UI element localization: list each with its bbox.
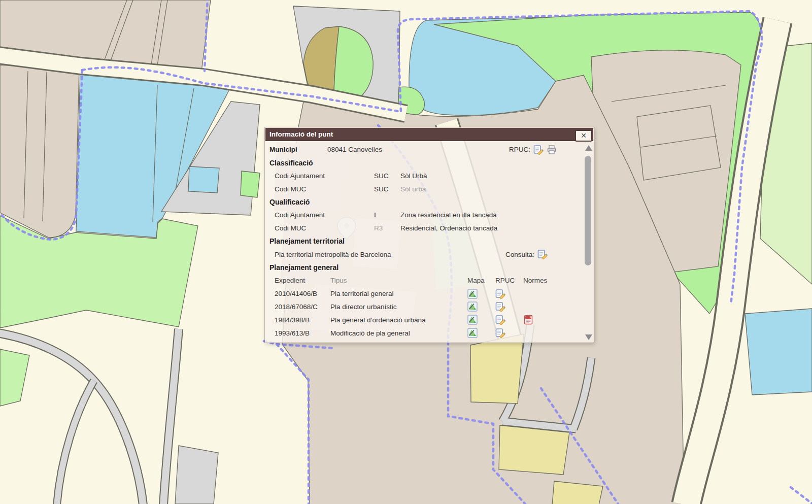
cell-tipus: Pla general d’ordenació urbana: [330, 316, 467, 324]
row-desc: Residencial, Ordenació tancada: [400, 224, 497, 232]
classificacio-row: Codi MUC SUC Sòl urbà: [269, 182, 583, 195]
row-desc: Sòl Urbà: [400, 172, 427, 180]
printer-icon[interactable]: [547, 145, 557, 155]
close-button[interactable]: ✕: [575, 130, 592, 142]
heading-text: Planejament territorial: [269, 237, 345, 245]
rpuc-links: RPUC:: [509, 143, 557, 156]
map-yellow-zone: [499, 425, 569, 475]
row-code: R3: [374, 224, 400, 232]
cell-expedient: 1984/398/B: [275, 316, 330, 324]
heading-text: Planejament general: [269, 263, 339, 272]
document-edit-icon[interactable]: [495, 315, 505, 325]
consulta-link: Consulta:: [505, 248, 548, 261]
cell-expedient: 1993/613/B: [275, 329, 330, 337]
cell-tipus: Modificació de pla general: [330, 329, 467, 337]
cell-expedient: 2010/41406/B: [275, 290, 330, 297]
scroll-up-icon[interactable]: [585, 145, 592, 151]
col-normes: Normes: [523, 277, 554, 284]
section-heading-general: Planejament general: [269, 261, 583, 274]
map-thumbnail-icon[interactable]: [467, 315, 478, 325]
municipi-label: Municipi: [269, 146, 327, 153]
table-row: 1993/613/B Modificació de pla general: [269, 326, 583, 340]
row-label: Codi Ajuntament: [275, 211, 374, 219]
document-edit-icon[interactable]: [533, 145, 544, 155]
dialog-title-bar[interactable]: Informació del punt: [265, 128, 593, 141]
municipi-row: Municipi 08041 Canovelles RPUC:: [269, 143, 583, 156]
rpuc-label: RPUC:: [509, 146, 530, 153]
map-thumbnail-icon[interactable]: [467, 301, 478, 312]
map-water-zone: [188, 166, 219, 193]
document-edit-icon[interactable]: [495, 289, 505, 299]
map-yellow-zone: [470, 334, 524, 404]
map-parcel: [175, 446, 218, 504]
cell-tipus: Pla territorial general: [330, 290, 467, 297]
section-heading-territorial: Planejament territorial: [269, 235, 583, 248]
section-heading-qualificacio: Qualificació: [269, 195, 583, 209]
row-desc: Zona residencial en illa tancada: [400, 211, 497, 219]
document-edit-icon[interactable]: [495, 328, 505, 338]
col-mapa: Mapa: [467, 277, 495, 284]
map-parcel: [0, 65, 79, 238]
row-label: Codi MUC: [275, 224, 374, 232]
close-icon: ✕: [581, 131, 587, 140]
heading-text: Classificació: [269, 159, 313, 167]
scroll-down-icon[interactable]: [585, 334, 592, 340]
territorial-row: Pla territorial metropolità de Barcelona…: [269, 248, 583, 261]
map-water-zone: [745, 309, 812, 395]
table-row: 1984/398/B Pla general d’ordenació urban…: [269, 313, 583, 326]
col-rpuc: RPUC: [495, 277, 523, 284]
cell-expedient: 2018/67068/C: [275, 303, 330, 311]
map-thumbnail-icon[interactable]: [467, 289, 478, 299]
section-heading-classificacio: Classificació: [269, 156, 583, 170]
cell-tipus: Pla director urbanístic: [330, 303, 467, 311]
row-code: I: [374, 211, 400, 219]
pdf-document-icon[interactable]: [523, 315, 533, 325]
consulta-label: Consulta:: [505, 251, 534, 258]
col-expedient: Expedient: [275, 277, 330, 284]
table-row: 2010/41406/B Pla territorial general: [269, 287, 583, 300]
dialog-title: Informació del punt: [269, 130, 333, 138]
document-edit-icon[interactable]: [537, 249, 548, 259]
classificacio-row: Codi Ajuntament SUC Sòl Urbà: [269, 170, 583, 183]
dialog-body: Municipi 08041 Canovelles RPUC: Classifi…: [265, 141, 593, 342]
map-viewer: Informació del punt ✕ Municipi 08041 Can…: [0, 0, 812, 504]
plan-name: Pla territorial metropolità de Barcelona: [275, 251, 391, 258]
dialog-scrollbar[interactable]: [584, 143, 592, 341]
municipi-value: 08041 Canovelles: [327, 146, 382, 153]
table-row: 2018/67068/C Pla director urbanístic: [269, 300, 583, 314]
map-thumbnail-icon[interactable]: [467, 328, 478, 338]
row-label: Codi Ajuntament: [275, 172, 374, 180]
row-desc: Sòl urbà: [400, 185, 426, 193]
map-green-zone: [241, 171, 260, 197]
row-label: Codi MUC: [275, 185, 374, 193]
qualificacio-row: Codi MUC R3 Residencial, Ordenació tanca…: [269, 222, 583, 235]
scrollbar-thumb[interactable]: [585, 156, 591, 265]
col-tipus: Tipus: [330, 277, 467, 284]
info-point-dialog: Informació del punt ✕ Municipi 08041 Can…: [265, 127, 594, 343]
document-edit-icon[interactable]: [495, 301, 505, 312]
table-header: Expedient Tipus Mapa RPUC Normes: [269, 274, 583, 287]
qualificacio-row: Codi Ajuntament I Zona residencial en il…: [269, 209, 583, 222]
row-code: SUC: [374, 172, 400, 180]
row-code: SUC: [374, 185, 400, 193]
heading-text: Qualificació: [269, 198, 310, 206]
